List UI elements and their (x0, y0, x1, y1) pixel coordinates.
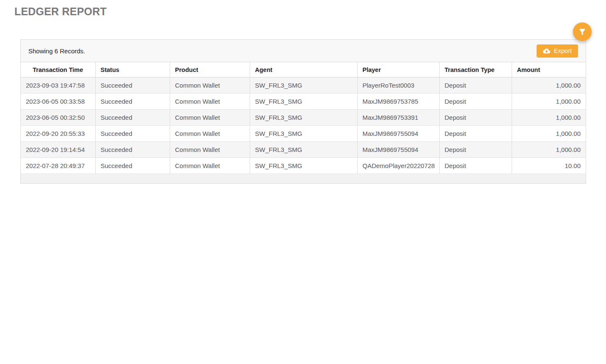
table-row: 2023-06-05 00:32:50 Succeeded Common Wal… (21, 110, 586, 126)
cell-player: MaxJM9869753785 (357, 94, 439, 110)
cell-transaction-time: 2022-09-20 20:55:33 (21, 126, 95, 142)
cell-agent: SW_FRL3_SMG (250, 94, 357, 110)
col-header-agent: Agent (250, 62, 357, 77)
cell-transaction-type: Deposit (439, 158, 512, 174)
card-header: Showing 6 Records. Export (21, 40, 586, 62)
cell-agent: SW_FRL3_SMG (250, 126, 357, 142)
cell-agent: SW_FRL3_SMG (250, 158, 357, 174)
cell-status: Succeeded (95, 77, 170, 94)
cell-transaction-time: 2023-09-03 19:47:58 (21, 77, 95, 94)
cell-transaction-time: 2022-09-20 19:14:54 (21, 142, 95, 158)
cell-status: Succeeded (95, 94, 170, 110)
funnel-icon (578, 28, 587, 36)
cell-transaction-type: Deposit (439, 110, 512, 126)
col-header-player: Player (357, 62, 439, 77)
cell-transaction-type: Deposit (439, 77, 512, 94)
cell-amount: 10.00 (512, 158, 586, 174)
ledger-report-card: Showing 6 Records. Export Transaction Ti… (20, 39, 586, 184)
table-row: 2022-09-20 19:14:54 Succeeded Common Wal… (21, 142, 586, 158)
cell-amount: 1,000.00 (512, 126, 586, 142)
cell-product: Common Wallet (170, 142, 250, 158)
cell-player: MaxJM9869755094 (357, 126, 439, 142)
cell-product: Common Wallet (170, 126, 250, 142)
table-row: 2022-07-28 20:49:37 Succeeded Common Wal… (21, 158, 586, 174)
page-title: LEDGER REPORT (14, 6, 107, 18)
cloud-download-icon (543, 47, 550, 55)
table-row: 2023-06-05 00:33:58 Succeeded Common Wal… (21, 94, 586, 110)
export-button-label: Export (554, 47, 572, 54)
cell-transaction-time: 2023-06-05 00:33:58 (21, 94, 95, 110)
cell-product: Common Wallet (170, 94, 250, 110)
cell-transaction-time: 2023-06-05 00:32:50 (21, 110, 95, 126)
cell-status: Succeeded (95, 142, 170, 158)
cell-amount: 1,000.00 (512, 77, 586, 94)
cell-agent: SW_FRL3_SMG (250, 77, 357, 94)
table-footer-bar (21, 174, 586, 183)
cell-amount: 1,000.00 (512, 110, 586, 126)
cell-amount: 1,000.00 (512, 94, 586, 110)
table-row: 2023-09-03 19:47:58 Succeeded Common Wal… (21, 77, 586, 94)
cell-transaction-time: 2022-07-28 20:49:37 (21, 158, 95, 174)
col-header-product: Product (170, 62, 250, 77)
cell-product: Common Wallet (170, 77, 250, 94)
cell-player: MaxJM9869753391 (357, 110, 439, 126)
col-header-transaction-time: Transaction Time (21, 62, 95, 77)
cell-amount: 1,000.00 (512, 142, 586, 158)
table-header-row: Transaction Time Status Product Agent Pl… (21, 62, 586, 77)
cell-product: Common Wallet (170, 158, 250, 174)
cell-status: Succeeded (95, 110, 170, 126)
cell-player: QADemoPlayer20220728 (357, 158, 439, 174)
cell-player: MaxJM9869755094 (357, 142, 439, 158)
col-header-amount: Amount (512, 62, 586, 77)
cell-status: Succeeded (95, 126, 170, 142)
table-row: 2022-09-20 20:55:33 Succeeded Common Wal… (21, 126, 586, 142)
col-header-transaction-type: Transaction Type (439, 62, 512, 77)
cell-player: PlayerRoTest0003 (357, 77, 439, 94)
cell-status: Succeeded (95, 158, 170, 174)
cell-transaction-type: Deposit (439, 94, 512, 110)
ledger-table: Transaction Time Status Product Agent Pl… (21, 62, 586, 174)
cell-transaction-type: Deposit (439, 126, 512, 142)
col-header-status: Status (95, 62, 170, 77)
cell-product: Common Wallet (170, 110, 250, 126)
export-button[interactable]: Export (537, 44, 578, 58)
filter-fab-button[interactable] (573, 22, 592, 41)
records-count-text: Showing 6 Records. (28, 47, 85, 55)
cell-agent: SW_FRL3_SMG (250, 110, 357, 126)
cell-agent: SW_FRL3_SMG (250, 142, 357, 158)
cell-transaction-type: Deposit (439, 142, 512, 158)
